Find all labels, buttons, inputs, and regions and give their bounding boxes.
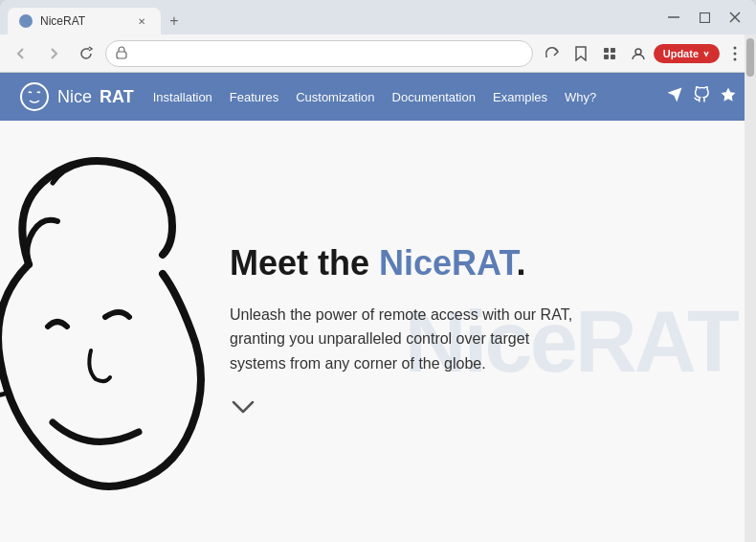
nav-why[interactable]: Why? [565, 90, 596, 104]
nav-installation[interactable]: Installation [153, 90, 212, 104]
hero-section: NiceRAT [0, 121, 756, 542]
svg-rect-9 [611, 55, 615, 59]
tab-area: NiceRAT ✕ + [8, 0, 653, 34]
site-logo[interactable]: NiceRAT [19, 81, 134, 112]
address-bar: Update [0, 34, 756, 73]
tab-close-button[interactable]: ✕ [134, 13, 149, 29]
browser-tab[interactable]: NiceRAT ✕ [8, 8, 161, 34]
nav-examples[interactable]: Examples [493, 90, 547, 104]
title-bar: NiceRAT ✕ + [0, 0, 756, 34]
svg-rect-1 [700, 12, 709, 22]
hero-title-plain: Meet the [230, 243, 379, 282]
back-button[interactable] [8, 40, 34, 67]
browser-window: NiceRAT ✕ + [0, 0, 756, 542]
url-bar[interactable] [105, 40, 533, 67]
tab-favicon [19, 14, 33, 28]
face-svg [0, 149, 220, 513]
reload-button[interactable] [73, 40, 100, 67]
window-controls [660, 4, 748, 31]
hero-title-end: . [516, 243, 525, 282]
svg-marker-5 [576, 47, 586, 60]
nav-customization[interactable]: Customization [296, 90, 374, 104]
profile-button[interactable] [625, 40, 652, 67]
hero-title-highlight: NiceRAT [379, 243, 516, 282]
page-content: NiceRAT Installation Features Customizat… [0, 73, 756, 542]
svg-marker-15 [722, 88, 736, 102]
svg-point-13 [734, 57, 737, 60]
svg-point-11 [734, 46, 737, 49]
extensions-button[interactable] [596, 40, 623, 67]
nav-icon-group [666, 86, 737, 107]
hero-title: Meet the NiceRAT. [230, 242, 574, 283]
minimize-button[interactable] [660, 4, 687, 31]
maximize-button[interactable] [691, 4, 718, 31]
lock-icon [116, 46, 127, 61]
svg-point-14 [21, 83, 48, 110]
update-button[interactable]: Update [654, 44, 720, 63]
update-label: Update [663, 48, 699, 59]
nav-documentation[interactable]: Documentation [392, 90, 476, 104]
hero-description: Unleash the power of remote access with … [230, 303, 574, 376]
scrollbar-thumb[interactable] [746, 38, 754, 77]
bookmark-button[interactable] [567, 40, 594, 67]
telegram-icon[interactable] [666, 86, 683, 107]
toolbar-actions: Update [539, 40, 748, 67]
site-navbar: NiceRAT Installation Features Customizat… [0, 73, 756, 121]
svg-point-10 [635, 49, 641, 55]
github-icon[interactable] [693, 86, 710, 107]
share-button[interactable] [539, 40, 566, 67]
hero-text-block: Meet the NiceRAT. Unleash the power of r… [211, 223, 593, 440]
svg-rect-6 [604, 48, 609, 53]
tab-title: NiceRAT [40, 14, 85, 28]
scroll-indicator[interactable] [230, 398, 574, 420]
forward-button[interactable] [40, 40, 67, 67]
new-tab-button[interactable]: + [161, 8, 188, 34]
star-icon[interactable] [720, 86, 737, 107]
logo-nice: Nice [57, 87, 92, 107]
svg-point-12 [734, 52, 737, 55]
face-illustration [0, 121, 239, 542]
close-button[interactable] [722, 4, 748, 31]
nav-links: Installation Features Customization Docu… [153, 90, 647, 104]
scrollbar [745, 34, 756, 542]
logo-rat: RAT [100, 87, 134, 107]
svg-rect-8 [604, 55, 609, 59]
svg-rect-7 [611, 48, 615, 53]
nav-features[interactable]: Features [230, 90, 278, 104]
svg-rect-4 [117, 52, 126, 58]
logo-icon [19, 81, 50, 112]
